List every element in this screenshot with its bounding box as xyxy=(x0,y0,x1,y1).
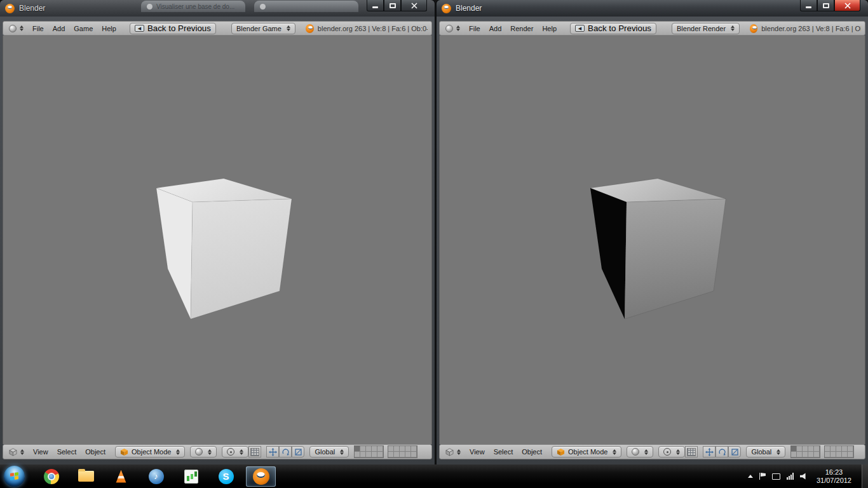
layer-cell[interactable] xyxy=(803,446,808,452)
menu-add[interactable]: Add xyxy=(485,25,506,32)
maximize-button[interactable] xyxy=(817,0,834,11)
layer-cell[interactable] xyxy=(355,446,360,452)
menu-select[interactable]: Select xyxy=(489,448,518,456)
scale-manipulator-button[interactable] xyxy=(728,446,741,458)
layer-cell[interactable] xyxy=(411,446,417,452)
layer-cell[interactable] xyxy=(831,446,836,452)
show-desktop-button[interactable] xyxy=(862,464,868,488)
layer-cell[interactable] xyxy=(814,446,820,452)
layer-cell[interactable] xyxy=(808,452,814,458)
menu-view[interactable]: View xyxy=(29,448,53,456)
viewport-3d-right[interactable] xyxy=(439,36,865,444)
layer-cell[interactable] xyxy=(400,452,405,458)
transform-orientation-dropdown[interactable]: Global xyxy=(309,446,349,458)
translate-manipulator-button[interactable] xyxy=(703,446,715,458)
rotate-manipulator-button[interactable] xyxy=(279,446,292,458)
taskbar-item-chrome[interactable] xyxy=(36,466,66,487)
layer-group-2[interactable] xyxy=(824,445,854,458)
translate-manipulator-button[interactable] xyxy=(266,446,279,458)
close-button[interactable] xyxy=(401,0,427,11)
menu-view[interactable]: View xyxy=(465,448,489,456)
menu-file[interactable]: File xyxy=(465,25,485,32)
layer-cell[interactable] xyxy=(808,446,814,452)
viewport-shading-dropdown[interactable] xyxy=(627,446,653,458)
titlebar-right[interactable]: Blender xyxy=(437,0,868,17)
menu-object[interactable]: Object xyxy=(517,448,546,456)
layer-cell[interactable] xyxy=(825,452,831,458)
editor-type-selector[interactable] xyxy=(7,446,26,458)
display-tray-icon[interactable] xyxy=(772,473,780,480)
layer-cell[interactable] xyxy=(355,452,360,458)
menu-select[interactable]: Select xyxy=(53,448,81,456)
layer-cell[interactable] xyxy=(831,452,836,458)
layer-cell[interactable] xyxy=(797,446,803,452)
layer-cell[interactable] xyxy=(848,452,853,458)
layer-cell[interactable] xyxy=(791,452,797,458)
layer-cell[interactable] xyxy=(791,446,797,452)
layer-group-2[interactable] xyxy=(388,445,417,458)
layer-cell[interactable] xyxy=(797,452,803,458)
layer-cell[interactable] xyxy=(377,446,383,452)
layer-cell[interactable] xyxy=(814,452,820,458)
menu-object[interactable]: Object xyxy=(81,448,110,456)
rotate-manipulator-button[interactable] xyxy=(715,446,728,458)
layer-cell[interactable] xyxy=(848,446,853,452)
layer-cell[interactable] xyxy=(388,446,394,452)
menu-render[interactable]: Render xyxy=(506,25,538,32)
volume-icon[interactable] xyxy=(800,473,808,480)
action-center-flag-icon[interactable] xyxy=(759,473,766,480)
layer-cell[interactable] xyxy=(400,446,405,452)
render-engine-dropdown[interactable]: Blender Game xyxy=(231,23,295,34)
layer-cell[interactable] xyxy=(405,446,411,452)
render-engine-dropdown[interactable]: Blender Render xyxy=(672,23,740,34)
layer-group-1[interactable] xyxy=(790,445,820,458)
taskbar-item-explorer[interactable] xyxy=(71,466,101,487)
minimize-button[interactable] xyxy=(800,0,817,11)
layer-cell[interactable] xyxy=(394,446,400,452)
snap-grid-button[interactable] xyxy=(248,446,261,458)
tray-expand-icon[interactable] xyxy=(748,475,753,478)
viewport-3d-left[interactable] xyxy=(3,36,432,444)
layer-cell[interactable] xyxy=(377,452,383,458)
layer-cell[interactable] xyxy=(372,446,377,452)
menu-add[interactable]: Add xyxy=(48,25,70,32)
mode-dropdown[interactable]: Object Mode xyxy=(552,446,621,458)
layer-cell[interactable] xyxy=(842,452,848,458)
layer-cell[interactable] xyxy=(836,446,842,452)
editor-type-selector[interactable] xyxy=(444,446,463,458)
layer-cell[interactable] xyxy=(836,452,842,458)
pivot-point-dropdown[interactable] xyxy=(222,446,248,458)
layer-cell[interactable] xyxy=(803,452,808,458)
back-to-previous-button[interactable]: ◀ Back to Previous xyxy=(570,23,656,34)
menu-file[interactable]: File xyxy=(28,25,48,32)
viewport-shading-dropdown[interactable] xyxy=(190,446,217,458)
scale-manipulator-button[interactable] xyxy=(292,446,304,458)
layer-cell[interactable] xyxy=(405,452,411,458)
network-signal-icon[interactable] xyxy=(787,473,794,480)
layer-cell[interactable] xyxy=(394,452,400,458)
back-to-previous-button[interactable]: ◀ Back to Previous xyxy=(130,23,216,34)
editor-type-selector[interactable] xyxy=(7,23,25,34)
layer-selector[interactable] xyxy=(354,445,417,458)
taskbar-item-chart-app[interactable] xyxy=(176,466,206,487)
close-button[interactable] xyxy=(834,0,860,11)
taskbar-item-skype[interactable]: S xyxy=(211,466,241,487)
layer-cell[interactable] xyxy=(825,446,831,452)
taskbar-item-blender[interactable] xyxy=(246,466,276,487)
layer-cell[interactable] xyxy=(372,452,377,458)
pivot-point-dropdown[interactable] xyxy=(658,446,685,458)
layer-selector[interactable] xyxy=(790,445,854,458)
titlebar-left[interactable]: Blender Visualiser une base de do... xyxy=(0,0,435,17)
transform-orientation-dropdown[interactable]: Global xyxy=(746,446,785,458)
minimize-button[interactable] xyxy=(367,0,384,11)
layer-cell[interactable] xyxy=(388,452,394,458)
taskbar-item-music[interactable]: ♪ xyxy=(141,466,171,487)
taskbar-item-vlc[interactable] xyxy=(106,466,136,487)
layer-cell[interactable] xyxy=(360,446,366,452)
start-button[interactable] xyxy=(4,466,25,487)
layer-cell[interactable] xyxy=(411,452,417,458)
menu-help[interactable]: Help xyxy=(538,25,561,32)
mode-dropdown[interactable]: Object Mode xyxy=(115,446,185,458)
snap-grid-button[interactable] xyxy=(685,446,698,458)
layer-cell[interactable] xyxy=(366,452,372,458)
